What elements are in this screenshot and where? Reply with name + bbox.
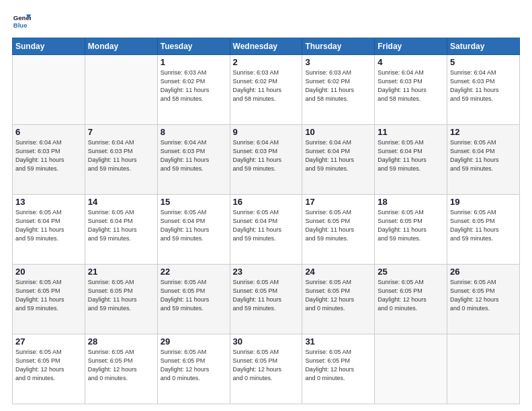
calendar-cell: 15Sunrise: 6:05 AM Sunset: 6:04 PM Dayli…	[157, 195, 230, 265]
day-info: Sunrise: 6:05 AM Sunset: 6:04 PM Dayligh…	[88, 208, 154, 243]
day-number: 25	[378, 267, 444, 277]
day-info: Sunrise: 6:05 AM Sunset: 6:05 PM Dayligh…	[233, 348, 300, 383]
day-number: 13	[15, 197, 82, 207]
day-number: 7	[88, 127, 154, 137]
calendar-header-thursday: Thursday	[302, 38, 375, 55]
day-info: Sunrise: 6:05 AM Sunset: 6:05 PM Dayligh…	[15, 278, 82, 313]
day-number: 21	[88, 267, 154, 277]
day-info: Sunrise: 6:05 AM Sunset: 6:04 PM Dayligh…	[378, 138, 444, 173]
calendar-cell	[447, 334, 520, 404]
day-number: 20	[15, 267, 82, 277]
calendar-cell: 10Sunrise: 6:04 AM Sunset: 6:04 PM Dayli…	[302, 125, 375, 195]
day-info: Sunrise: 6:04 AM Sunset: 6:03 PM Dayligh…	[161, 138, 227, 173]
calendar-cell	[13, 55, 85, 125]
calendar-cell: 5Sunrise: 6:04 AM Sunset: 6:03 PM Daylig…	[447, 55, 520, 125]
day-number: 17	[305, 197, 371, 207]
day-number: 26	[450, 267, 517, 277]
calendar-header-row: SundayMondayTuesdayWednesdayThursdayFrid…	[13, 38, 520, 55]
calendar-cell: 28Sunrise: 6:05 AM Sunset: 6:05 PM Dayli…	[85, 334, 157, 404]
day-number: 9	[233, 127, 300, 137]
calendar-cell	[375, 334, 447, 404]
day-number: 15	[161, 197, 227, 207]
day-number: 24	[305, 267, 371, 277]
header: General Blue	[12, 12, 520, 31]
calendar-cell: 13Sunrise: 6:05 AM Sunset: 6:04 PM Dayli…	[13, 195, 85, 265]
calendar-cell: 8Sunrise: 6:04 AM Sunset: 6:03 PM Daylig…	[157, 125, 230, 195]
page: General Blue SundayMondayTuesdayWednesda…	[0, 0, 532, 411]
day-info: Sunrise: 6:04 AM Sunset: 6:03 PM Dayligh…	[15, 138, 82, 173]
calendar-cell: 2Sunrise: 6:03 AM Sunset: 6:02 PM Daylig…	[230, 55, 302, 125]
day-number: 31	[305, 336, 371, 347]
day-info: Sunrise: 6:05 AM Sunset: 6:04 PM Dayligh…	[161, 208, 227, 243]
day-number: 10	[305, 127, 371, 137]
day-info: Sunrise: 6:03 AM Sunset: 6:02 PM Dayligh…	[233, 68, 300, 103]
day-info: Sunrise: 6:04 AM Sunset: 6:04 PM Dayligh…	[305, 138, 371, 173]
day-info: Sunrise: 6:04 AM Sunset: 6:03 PM Dayligh…	[450, 68, 517, 103]
calendar-cell: 7Sunrise: 6:04 AM Sunset: 6:03 PM Daylig…	[85, 125, 157, 195]
day-info: Sunrise: 6:05 AM Sunset: 6:04 PM Dayligh…	[450, 138, 517, 173]
day-info: Sunrise: 6:05 AM Sunset: 6:05 PM Dayligh…	[305, 208, 371, 243]
calendar-cell: 31Sunrise: 6:05 AM Sunset: 6:05 PM Dayli…	[302, 334, 375, 404]
calendar-cell: 9Sunrise: 6:04 AM Sunset: 6:03 PM Daylig…	[230, 125, 302, 195]
day-number: 19	[450, 197, 517, 207]
day-number: 22	[161, 267, 227, 277]
day-info: Sunrise: 6:04 AM Sunset: 6:03 PM Dayligh…	[233, 138, 300, 173]
day-info: Sunrise: 6:05 AM Sunset: 6:05 PM Dayligh…	[450, 208, 517, 243]
calendar-cell: 19Sunrise: 6:05 AM Sunset: 6:05 PM Dayli…	[447, 195, 520, 265]
day-info: Sunrise: 6:05 AM Sunset: 6:05 PM Dayligh…	[88, 348, 154, 383]
calendar-cell: 30Sunrise: 6:05 AM Sunset: 6:05 PM Dayli…	[230, 334, 302, 404]
day-info: Sunrise: 6:05 AM Sunset: 6:05 PM Dayligh…	[450, 278, 517, 313]
day-info: Sunrise: 6:05 AM Sunset: 6:05 PM Dayligh…	[88, 278, 154, 313]
day-number: 18	[378, 197, 444, 207]
calendar-cell: 6Sunrise: 6:04 AM Sunset: 6:03 PM Daylig…	[13, 125, 85, 195]
calendar-cell: 4Sunrise: 6:04 AM Sunset: 6:03 PM Daylig…	[375, 55, 447, 125]
day-number: 3	[305, 57, 371, 67]
day-info: Sunrise: 6:03 AM Sunset: 6:02 PM Dayligh…	[305, 68, 371, 103]
day-number: 8	[161, 127, 227, 137]
day-number: 29	[161, 336, 227, 347]
calendar-header-monday: Monday	[85, 38, 157, 55]
logo-icon: General Blue	[12, 12, 31, 31]
day-info: Sunrise: 6:05 AM Sunset: 6:04 PM Dayligh…	[15, 208, 82, 243]
day-number: 12	[450, 127, 517, 137]
calendar-header-tuesday: Tuesday	[157, 38, 230, 55]
calendar-cell: 29Sunrise: 6:05 AM Sunset: 6:05 PM Dayli…	[157, 334, 230, 404]
calendar-cell: 22Sunrise: 6:05 AM Sunset: 6:05 PM Dayli…	[157, 265, 230, 334]
day-number: 23	[233, 267, 300, 277]
day-number: 28	[88, 336, 154, 347]
day-info: Sunrise: 6:05 AM Sunset: 6:05 PM Dayligh…	[15, 348, 82, 383]
calendar-week-row: 13Sunrise: 6:05 AM Sunset: 6:04 PM Dayli…	[13, 195, 520, 265]
calendar-cell: 18Sunrise: 6:05 AM Sunset: 6:05 PM Dayli…	[375, 195, 447, 265]
day-number: 2	[233, 57, 300, 67]
calendar-cell: 25Sunrise: 6:05 AM Sunset: 6:05 PM Dayli…	[375, 265, 447, 334]
calendar-cell: 26Sunrise: 6:05 AM Sunset: 6:05 PM Dayli…	[447, 265, 520, 334]
day-number: 5	[450, 57, 517, 67]
calendar-cell	[85, 55, 157, 125]
day-info: Sunrise: 6:03 AM Sunset: 6:02 PM Dayligh…	[161, 68, 227, 103]
day-number: 11	[378, 127, 444, 137]
day-number: 6	[15, 127, 82, 137]
day-number: 16	[233, 197, 300, 207]
calendar-cell: 20Sunrise: 6:05 AM Sunset: 6:05 PM Dayli…	[13, 265, 85, 334]
calendar-cell: 17Sunrise: 6:05 AM Sunset: 6:05 PM Dayli…	[302, 195, 375, 265]
calendar-header-sunday: Sunday	[13, 38, 85, 55]
day-info: Sunrise: 6:05 AM Sunset: 6:05 PM Dayligh…	[161, 348, 227, 383]
day-info: Sunrise: 6:04 AM Sunset: 6:03 PM Dayligh…	[378, 68, 444, 103]
day-number: 1	[161, 57, 227, 67]
calendar-header-wednesday: Wednesday	[230, 38, 302, 55]
day-info: Sunrise: 6:05 AM Sunset: 6:05 PM Dayligh…	[233, 278, 300, 313]
calendar-cell: 23Sunrise: 6:05 AM Sunset: 6:05 PM Dayli…	[230, 265, 302, 334]
calendar-week-row: 1Sunrise: 6:03 AM Sunset: 6:02 PM Daylig…	[13, 55, 520, 125]
calendar-cell: 21Sunrise: 6:05 AM Sunset: 6:05 PM Dayli…	[85, 265, 157, 334]
day-info: Sunrise: 6:05 AM Sunset: 6:05 PM Dayligh…	[305, 278, 371, 313]
day-info: Sunrise: 6:05 AM Sunset: 6:05 PM Dayligh…	[305, 348, 371, 383]
calendar-week-row: 27Sunrise: 6:05 AM Sunset: 6:05 PM Dayli…	[13, 334, 520, 404]
calendar-header-saturday: Saturday	[447, 38, 520, 55]
svg-text:Blue: Blue	[13, 21, 28, 29]
calendar-week-row: 20Sunrise: 6:05 AM Sunset: 6:05 PM Dayli…	[13, 265, 520, 334]
day-info: Sunrise: 6:05 AM Sunset: 6:05 PM Dayligh…	[378, 278, 444, 313]
calendar-cell: 11Sunrise: 6:05 AM Sunset: 6:04 PM Dayli…	[375, 125, 447, 195]
calendar-cell: 14Sunrise: 6:05 AM Sunset: 6:04 PM Dayli…	[85, 195, 157, 265]
day-number: 4	[378, 57, 444, 67]
calendar-header-friday: Friday	[375, 38, 447, 55]
